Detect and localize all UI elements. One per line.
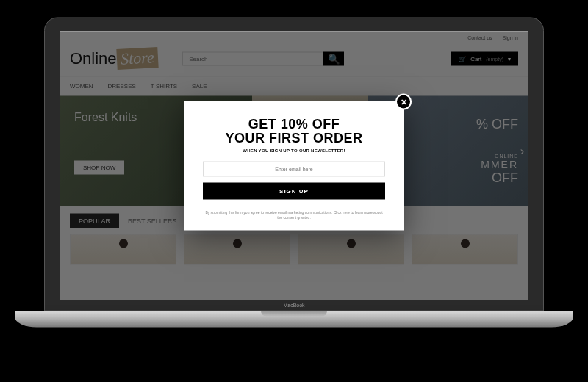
close-icon: ✕ [401,98,407,107]
signup-button[interactable]: SIGN UP [203,182,385,199]
close-button[interactable]: ✕ [395,94,412,110]
laptop-base: MacBook [15,311,573,328]
modal-subheading: WHEN YOU SIGN UP TO OUR NEWSLETTER! [203,148,385,152]
modal-heading-line2: YOUR FIRST ORDER [203,131,385,145]
newsletter-modal: ✕ GET 10% OFF YOUR FIRST ORDER WHEN YOU … [184,101,404,231]
device-label: MacBook [283,303,304,308]
modal-overlay[interactable]: ✕ GET 10% OFF YOUR FIRST ORDER WHEN YOU … [60,32,528,300]
modal-heading-line1: GET 10% OFF [203,118,385,131]
email-input[interactable] [203,161,385,176]
modal-disclaimer: By submitting this form you agree to rec… [203,209,385,220]
